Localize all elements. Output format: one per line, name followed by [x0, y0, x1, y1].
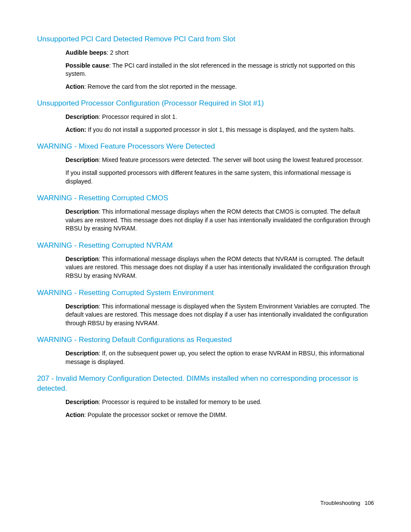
section-body: Description: Processor required in slot …: [65, 113, 374, 134]
paragraph: Action: Remove the card from the slot re…: [65, 83, 374, 91]
section-heading: WARNING - Mixed Feature Processors Were …: [37, 142, 374, 152]
field-text: : Processor required in slot 1.: [99, 113, 177, 120]
field-text: : Processor is required to be installed …: [99, 398, 262, 405]
section-heading: 207 - Invalid Memory Configuration Detec…: [37, 374, 374, 394]
paragraph: Description: This informational message …: [65, 208, 374, 233]
field-label: Description: [65, 255, 99, 262]
paragraph: Description: Processor required in slot …: [65, 113, 374, 121]
field-label: Description: [65, 113, 99, 120]
paragraph: Description: If, on the subsequent power…: [65, 349, 374, 366]
field-label: Possible cause: [65, 62, 109, 69]
field-label: Description: [65, 208, 99, 215]
field-text: : 2 short: [107, 49, 129, 56]
field-label: Description: [65, 303, 99, 310]
page-footer: Troubleshooting106: [321, 500, 374, 506]
field-label: Action:: [65, 126, 86, 133]
field-text: If you do not install a supported proces…: [86, 126, 355, 133]
field-text: : If, on the subsequent power up, you se…: [65, 350, 364, 365]
field-text: : This informational message displays wh…: [65, 208, 370, 232]
field-text: : Populate the processor socket or remov…: [84, 411, 227, 418]
section-heading: WARNING - Resetting Corrupted System Env…: [37, 288, 374, 298]
section-body: Description: This informational message …: [65, 255, 374, 280]
paragraph: Description: This informational message …: [65, 302, 374, 328]
paragraph: Action: Populate the processor socket or…: [65, 411, 374, 420]
paragraph: Action: If you do not install a supporte…: [65, 126, 374, 134]
paragraph: Description: This informational message …: [65, 255, 374, 280]
field-label: Action: [65, 83, 84, 90]
field-label: Description: [65, 398, 99, 405]
paragraph: If you install supported processors with…: [65, 169, 374, 186]
section-body: Description: Processor is required to be…: [65, 398, 374, 419]
field-label: Audible beeps: [65, 49, 107, 56]
section-heading: WARNING - Resetting Corrupted CMOS: [37, 193, 374, 203]
section-body: Description: This informational message …: [65, 208, 374, 233]
section-heading: WARNING - Restoring Default Configuratio…: [37, 335, 374, 345]
section-heading: Unsupported PCI Card Detected Remove PCI…: [37, 34, 374, 44]
field-text: : This informational message displays wh…: [65, 255, 370, 279]
field-label: Action: [65, 411, 84, 418]
document-page: Unsupported PCI Card Detected Remove PCI…: [0, 0, 411, 532]
field-text: : The PCI card installed in the slot ref…: [65, 62, 355, 78]
section-body: Description: This informational message …: [65, 302, 374, 328]
paragraph: Description: Processor is required to be…: [65, 398, 374, 407]
field-text: : Mixed feature processors were detected…: [99, 156, 363, 163]
section-heading: WARNING - Resetting Corrupted NVRAM: [37, 241, 374, 251]
paragraph: Possible cause: The PCI card installed i…: [65, 62, 374, 78]
footer-page-number: 106: [364, 500, 374, 506]
footer-section-label: Troubleshooting: [321, 500, 361, 506]
field-text: : This informational message is displaye…: [65, 303, 370, 327]
field-text: If you install supported processors with…: [65, 169, 351, 185]
paragraph: Description: Mixed feature processors we…: [65, 156, 374, 165]
field-label: Description: [65, 156, 99, 163]
section-body: Description: If, on the subsequent power…: [65, 349, 374, 366]
section-body: Description: Mixed feature processors we…: [65, 156, 374, 186]
field-text: : Remove the card from the slot reported…: [84, 83, 237, 90]
section-heading: Unsupported Processor Configuration (Pro…: [37, 99, 374, 109]
section-body: Audible beeps: 2 short Possible cause: T…: [65, 49, 374, 91]
field-label: Description: [65, 350, 99, 357]
paragraph: Audible beeps: 2 short: [65, 49, 374, 57]
